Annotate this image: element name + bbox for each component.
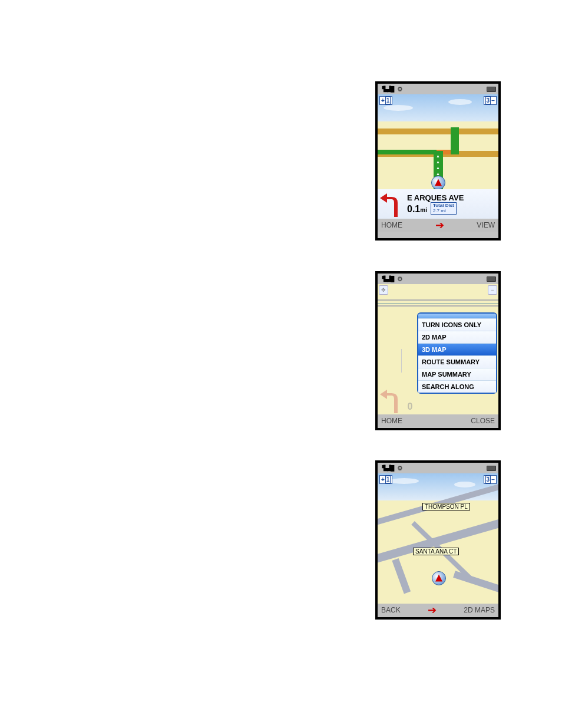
status-left-icons: ▝▙▟█ xyxy=(380,85,403,93)
softkey-2d-maps[interactable]: 2D MAPS xyxy=(464,606,495,614)
sky xyxy=(378,473,498,500)
navigation-screen-2d-labels: ▝▙▟█ + 1 3 − THOMPSON PL SANTA ANA CT BA… xyxy=(375,460,501,620)
turn-info: E ARQUES AVE 0.1mi Total Dist 2.7 mi xyxy=(407,193,496,215)
zoom-in-button[interactable]: + 1 xyxy=(379,96,392,105)
route-direction-arrows: ▲▲▲▲ xyxy=(436,153,440,177)
map-control-right[interactable]: − xyxy=(488,285,497,295)
battery-icon xyxy=(487,87,496,92)
road-graphic xyxy=(378,517,498,564)
menu-item-3d-map[interactable]: 3D MAP xyxy=(418,343,496,355)
status-bar: ▝▙▟█ xyxy=(378,274,498,284)
cloud-graphic xyxy=(448,99,472,105)
arrow-right-icon: ➔ xyxy=(435,220,444,230)
softkey-bar: BACK ➔ 2D MAPS xyxy=(378,604,498,617)
menu-header-bar xyxy=(418,314,496,318)
street-label-santa-ana: SANTA ANA CT xyxy=(413,548,459,555)
zoom-level-in: 1 xyxy=(385,97,391,104)
softkey-close[interactable]: CLOSE xyxy=(471,417,495,425)
navigation-screen-3d-map: ▝▙▟█ + 1 3 − ▲▲▲▲ xyxy=(375,81,501,241)
zoom-in-button[interactable]: + 1 xyxy=(379,475,392,484)
zoom-level-out: 3 xyxy=(485,97,491,104)
status-bar: ▝▙▟█ xyxy=(378,463,498,473)
gear-icon xyxy=(397,465,403,472)
signal-icon: ▝▙▟█ xyxy=(380,276,394,282)
minus-icon: − xyxy=(491,476,495,483)
softkey-back[interactable]: BACK xyxy=(381,606,401,614)
map-control-left[interactable]: ✥ xyxy=(379,285,388,295)
arrow-right-icon: ➔ xyxy=(428,605,437,615)
status-left-icons: ▝▙▟█ xyxy=(380,275,403,283)
softkey-bar: HOME CLOSE xyxy=(378,414,498,427)
battery-icon xyxy=(487,276,496,282)
zoom-level-out: 3 xyxy=(485,476,491,483)
menu-item-map-summary[interactable]: MAP SUMMARY xyxy=(418,368,496,380)
signal-icon: ▝▙▟█ xyxy=(380,465,394,471)
battery-icon xyxy=(487,466,496,471)
navigation-screen-view-menu: ▝▙▟█ ✥ − 0 TURN ICONS ONLY 2D MAP 3D MAP… xyxy=(375,271,501,430)
plus-icon: + xyxy=(381,476,385,483)
status-bar: ▝▙▟█ xyxy=(378,84,498,94)
turn-instruction-panel: E ARQUES AVE 0.1mi Total Dist 2.7 mi xyxy=(378,189,498,219)
route-segment-green xyxy=(378,150,437,154)
map-background: ✥ − 0 TURN ICONS ONLY 2D MAP 3D MAP ROUT… xyxy=(378,284,498,414)
softkey-bar: HOME ➔ VIEW xyxy=(378,219,498,232)
sky xyxy=(378,94,498,121)
distance-unit: mi xyxy=(420,207,427,213)
cloud-graphic xyxy=(454,482,475,487)
menu-item-search-along[interactable]: SEARCH ALONG xyxy=(418,380,496,393)
gps-position-icon xyxy=(432,571,446,585)
faded-distance: 0 xyxy=(407,401,412,411)
road-graphic xyxy=(378,129,498,134)
gear-icon xyxy=(397,275,403,283)
zoom-out-button[interactable]: 3 − xyxy=(484,475,497,484)
road-graphic xyxy=(392,558,411,594)
turn-distance: 0.1mi xyxy=(407,204,427,215)
next-street-name: E ARQUES AVE xyxy=(407,193,496,202)
menu-item-route-summary[interactable]: ROUTE SUMMARY xyxy=(418,355,496,368)
gps-position-icon xyxy=(431,176,445,189)
distance-value: 0.1 xyxy=(407,204,420,214)
softkey-view[interactable]: VIEW xyxy=(477,221,495,229)
view-menu-popup: TURN ICONS ONLY 2D MAP 3D MAP ROUTE SUMM… xyxy=(417,312,497,394)
menu-item-2d-map[interactable]: 2D MAP xyxy=(418,331,496,343)
minus-icon: − xyxy=(491,97,495,104)
route-segment-green xyxy=(451,127,459,154)
cloud-graphic xyxy=(384,105,413,111)
zoom-level-in: 1 xyxy=(385,476,391,483)
total-distance-box: Total Dist 2.7 mi xyxy=(431,202,457,215)
plus-icon: + xyxy=(381,97,385,104)
road-graphic xyxy=(401,349,402,373)
cloud-graphic xyxy=(389,478,419,484)
total-distance-value: 2.7 mi xyxy=(433,209,454,214)
status-left-icons: ▝▙▟█ xyxy=(380,465,403,472)
gear-icon xyxy=(397,85,403,93)
map-3d-view[interactable]: + 1 3 − THOMPSON PL SANTA ANA CT xyxy=(378,473,498,604)
street-label-thompson: THOMPSON PL xyxy=(422,503,470,510)
turn-left-icon xyxy=(380,191,405,217)
menu-item-turn-icons-only[interactable]: TURN ICONS ONLY xyxy=(418,318,496,331)
road-graphic xyxy=(453,571,498,594)
map-3d-view[interactable]: + 1 3 − ▲▲▲▲ xyxy=(378,94,498,189)
signal-icon: ▝▙▟█ xyxy=(380,86,394,92)
softkey-home[interactable]: HOME xyxy=(381,221,402,229)
faded-turn-panel: 0 xyxy=(380,387,421,413)
softkey-home[interactable]: HOME xyxy=(381,417,402,425)
zoom-out-button[interactable]: 3 − xyxy=(484,96,497,105)
